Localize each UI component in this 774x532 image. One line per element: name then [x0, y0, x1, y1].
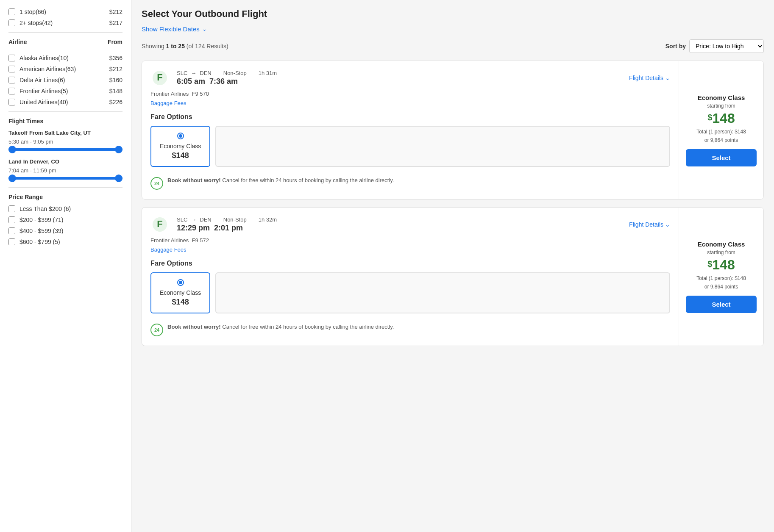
svg-text:F: F [157, 219, 162, 229]
airline-label-1: American Airlines(63) [19, 66, 109, 72]
airline-label-3: Frontier Airlines(5) [19, 88, 109, 94]
depart-time-0: 6:05 am [177, 77, 205, 86]
sort-row: Sort by Price: Low to HighPrice: High to… [665, 39, 764, 53]
price-class-0: Economy Class [698, 94, 745, 101]
flight-details-link-0[interactable]: Flight Details ⌄ [629, 75, 670, 81]
arrow-icon-1: → [191, 216, 196, 223]
airline-info-1: Frontier Airlines F9 572 [150, 237, 670, 244]
fare-radio-inner-1 [179, 281, 182, 284]
flight-info-1: F SLC → DEN Non-Stop 1h 32m 12:29 pm 2 [142, 208, 679, 346]
land-slider[interactable] [8, 177, 123, 180]
flight-times-title: Flight Times [8, 118, 123, 125]
price-class-1: Economy Class [698, 241, 745, 248]
price-panel-0: Economy Class starting from $148 Total (… [679, 61, 763, 199]
fare-options-title-1: Fare Options [150, 260, 670, 267]
price-range-checkbox-2[interactable] [8, 227, 15, 234]
fare-price-0: $148 [160, 151, 201, 160]
land-slider-left-thumb[interactable] [8, 175, 16, 182]
flight-details-link-1[interactable]: Flight Details ⌄ [629, 221, 670, 228]
airline-price-2: $160 [109, 77, 123, 83]
stop-type-1: Non-Stop [223, 216, 247, 223]
price-range-item-3: $600 - $799 (5) [8, 238, 123, 245]
chevron-down-icon: ⌄ [202, 26, 207, 32]
price-range-item-0: Less Than $200 (6) [8, 205, 123, 212]
price-range-checkbox-0[interactable] [8, 205, 15, 212]
divider-airlines [8, 111, 123, 112]
price-range-checkbox-1[interactable] [8, 216, 15, 223]
airline-checkbox-0[interactable] [8, 55, 15, 61]
fare-price-1: $148 [160, 298, 201, 307]
stop-type-0: Non-Stop [223, 70, 247, 76]
fare-options-title-0: Fare Options [150, 113, 670, 121]
fare-options-section-0: Fare Options Economy Class $148 [150, 113, 670, 167]
price-range-label-2: $400 - $599 (39) [19, 227, 123, 234]
airline-checkbox-2[interactable] [8, 77, 15, 83]
sort-select[interactable]: Price: Low to HighPrice: High to LowDura… [689, 39, 764, 53]
fare-options-section-1: Fare Options Economy Class $148 [150, 260, 670, 313]
destination-1: DEN [200, 216, 211, 223]
price-range-checkbox-3[interactable] [8, 238, 15, 245]
flexible-dates-link[interactable]: Show Flexible Dates ⌄ [142, 25, 207, 33]
airline-price-0: $356 [109, 55, 123, 61]
fare-option-empty-0 [215, 126, 670, 167]
price-points-1: or 9,864 points [704, 284, 738, 290]
takeoff-slider[interactable] [8, 148, 123, 151]
airline-checkbox-3[interactable] [8, 88, 15, 94]
duration-1: 1h 32m [259, 216, 277, 223]
fare-option-economy-1[interactable]: Economy Class $148 [150, 272, 210, 313]
takeoff-slider-right-thumb[interactable] [115, 146, 123, 153]
price-amount-1: 148 [712, 257, 735, 272]
flight-card-main-0: F SLC → DEN Non-Stop 1h 31m 6:05 am 7: [142, 61, 763, 199]
results-showing: Showing [142, 43, 166, 50]
results-of: (of 124 Results) [185, 43, 228, 50]
origin-1: SLC [177, 216, 187, 223]
results-row: Showing 1 to 25 (of 124 Results) Sort by… [142, 39, 764, 53]
stop-price-1: $217 [109, 19, 123, 26]
page-title: Select Your Outbound Flight [142, 8, 764, 19]
fare-class-name-1: Economy Class [160, 289, 201, 296]
airline-checkbox-1[interactable] [8, 66, 15, 72]
book-worry-1: 24 Book without worry! Cancel for free w… [150, 319, 670, 338]
select-button-0[interactable]: Select [686, 149, 757, 166]
fare-options-grid-0: Economy Class $148 [150, 126, 670, 167]
land-range: 7:04 am - 11:59 pm [8, 167, 123, 174]
price-symbol-0: $ [707, 113, 712, 122]
airline-logo-1: F [150, 215, 169, 234]
airline-price-4: $226 [109, 99, 123, 105]
flight-card-0: F SLC → DEN Non-Stop 1h 31m 6:05 am 7: [142, 61, 764, 200]
fare-class-name-0: Economy Class [160, 143, 201, 150]
flight-card-main-1: F SLC → DEN Non-Stop 1h 32m 12:29 pm 2 [142, 208, 763, 346]
select-button-1[interactable]: Select [686, 296, 757, 313]
airline-label-2: Delta Air Lines(6) [19, 77, 109, 83]
price-symbol-1: $ [707, 259, 712, 269]
land-slider-right-thumb[interactable] [115, 175, 123, 182]
svg-text:F: F [157, 72, 162, 83]
destination-0: DEN [200, 70, 211, 76]
price-total-0: Total (1 person): $148 [696, 129, 746, 135]
stop-checkbox-1[interactable] [8, 19, 15, 26]
book-worry-icon-1: 24 [150, 324, 163, 336]
price-starting-from-0: starting from [707, 103, 735, 109]
airline-price-3: $148 [109, 88, 123, 94]
price-total-1: Total (1 person): $148 [696, 275, 746, 281]
airline-checkbox-4[interactable] [8, 99, 15, 105]
fare-radio-0 [177, 133, 184, 139]
sort-label: Sort by [665, 43, 686, 50]
sidebar: 1 stop(66) $212 2+ stops(42) $217 Airlin… [0, 0, 131, 532]
baggage-fees-link-1[interactable]: Baggage Fees [150, 247, 187, 253]
airline-label-4: United Airlines(40) [19, 99, 109, 105]
baggage-fees-link-0[interactable]: Baggage Fees [150, 100, 187, 106]
airline-price-1: $212 [109, 66, 123, 72]
book-worry-0: 24 Book without worry! Cancel for free w… [150, 173, 670, 191]
flight-header-0: F SLC → DEN Non-Stop 1h 31m 6:05 am 7: [150, 69, 670, 87]
fare-options-grid-1: Economy Class $148 [150, 272, 670, 313]
airline-item-1: American Airlines(63) $212 [8, 66, 123, 72]
price-panel-1: Economy Class starting from $148 Total (… [679, 208, 763, 346]
stop-checkbox-0[interactable] [8, 8, 15, 15]
price-starting-from-1: starting from [707, 249, 735, 255]
fare-option-economy-0[interactable]: Economy Class $148 [150, 126, 210, 167]
airline-item-2: Delta Air Lines(6) $160 [8, 77, 123, 83]
stop-label-1: 2+ stops(42) [19, 19, 109, 26]
fare-radio-inner-0 [179, 134, 182, 138]
takeoff-slider-left-thumb[interactable] [8, 146, 16, 153]
